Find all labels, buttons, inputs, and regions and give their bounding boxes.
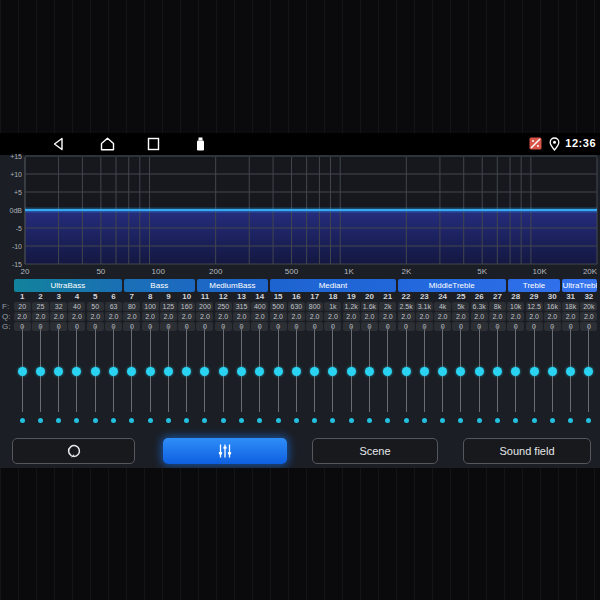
- band-freq-value: 16k: [544, 302, 561, 311]
- eq-slider-thumb[interactable]: [365, 367, 374, 376]
- eq-slider-thumb[interactable]: [146, 367, 155, 376]
- band-freq-value: 800: [306, 302, 323, 311]
- eq-slider-thumb[interactable]: [237, 367, 246, 376]
- eq-y-tick: 0dB: [0, 207, 22, 214]
- eq-y-tick: -5: [0, 225, 22, 232]
- usb-icon: [196, 137, 205, 151]
- eq-slider-thumb[interactable]: [182, 367, 191, 376]
- band-freq-value: 6.3k: [471, 302, 488, 311]
- band-q-value: 2.0: [142, 312, 159, 321]
- band-freq-value: 1k: [324, 302, 341, 311]
- band-q-value: 2.0: [434, 312, 451, 321]
- gain-row-label: G:: [2, 322, 10, 331]
- band-q-value: 2.0: [544, 312, 561, 321]
- band-number: 14: [251, 293, 269, 301]
- eq-slider-thumb[interactable]: [456, 367, 465, 376]
- band-number: 24: [434, 293, 452, 301]
- equalizer-tab-button[interactable]: [163, 438, 287, 464]
- band-freq-value: 125: [160, 302, 177, 311]
- eq-x-tick: 2K: [401, 268, 411, 276]
- band-q-value: 2.0: [288, 312, 305, 321]
- band-freq-value: 1.6k: [361, 302, 378, 311]
- band-q-value: 2.0: [50, 312, 67, 321]
- equalizer-panel: +15+10+50dB-5-10-15 20501002005001K2K5K1…: [0, 155, 600, 468]
- band-freq-value: 1.2k: [343, 302, 360, 311]
- eq-slider-thumb[interactable]: [383, 367, 392, 376]
- band-freq-value: 4k: [434, 302, 451, 311]
- band-number: 31: [562, 293, 580, 301]
- band-freq-value: 10k: [507, 302, 524, 311]
- band-q-value: 2.0: [233, 312, 250, 321]
- band-q-value: 2.0: [14, 312, 31, 321]
- band-q-value: 2.0: [324, 312, 341, 321]
- band-freq-value: 80: [123, 302, 140, 311]
- letterbox-top: [0, 0, 600, 133]
- eq-slider-thumb[interactable]: [347, 367, 356, 376]
- band-q-value: 2.0: [215, 312, 232, 321]
- band-number: 17: [306, 293, 324, 301]
- band-number: 10: [178, 293, 196, 301]
- band-q-value: 2.0: [562, 312, 579, 321]
- eq-slider-thumb[interactable]: [438, 367, 447, 376]
- band-q-value: 2.0: [398, 312, 415, 321]
- back-icon[interactable]: [52, 137, 65, 151]
- scene-button[interactable]: Scene: [312, 438, 438, 464]
- clock: 12:36: [565, 137, 596, 149]
- band-q-value: 2.0: [87, 312, 104, 321]
- eq-x-tick: 10K: [532, 268, 546, 276]
- eq-slider-thumb[interactable]: [420, 367, 429, 376]
- eq-slider-thumb[interactable]: [475, 367, 484, 376]
- band-freq-value: 160: [178, 302, 195, 311]
- band-q-value: 2.0: [270, 312, 287, 321]
- eq-slider-thumb[interactable]: [292, 367, 301, 376]
- band-number: 12: [214, 293, 232, 301]
- eq-slider-thumb[interactable]: [164, 367, 173, 376]
- band-number: 13: [233, 293, 251, 301]
- eq-slider-bottom-dot: [458, 418, 463, 423]
- eq-slider-thumb[interactable]: [274, 367, 283, 376]
- letterbox-bottom: [0, 468, 600, 600]
- eq-x-tick: 1K: [344, 268, 354, 276]
- eq-slider-bottom-dot: [202, 418, 207, 423]
- band-number: 8: [141, 293, 159, 301]
- reset-button[interactable]: [12, 438, 135, 464]
- eq-x-tick: 20: [21, 268, 30, 276]
- eq-slider-thumb[interactable]: [109, 367, 118, 376]
- eq-slider-thumb[interactable]: [511, 367, 520, 376]
- eq-slider-thumb[interactable]: [584, 367, 593, 376]
- home-icon[interactable]: [100, 137, 115, 151]
- eq-slider-thumb[interactable]: [493, 367, 502, 376]
- band-q-value: 2.0: [507, 312, 524, 321]
- eq-slider-thumb[interactable]: [127, 367, 136, 376]
- band-freq-value: 250: [215, 302, 232, 311]
- eq-slider-bottom-dot: [312, 418, 317, 423]
- eq-slider-thumb[interactable]: [36, 367, 45, 376]
- band-freq-value: 400: [251, 302, 268, 311]
- eq-slider-thumb[interactable]: [530, 367, 539, 376]
- band-freq-value: 20: [14, 302, 31, 311]
- eq-slider-thumb[interactable]: [54, 367, 63, 376]
- eq-slider-thumb[interactable]: [310, 367, 319, 376]
- band-group-mediant: Mediant: [270, 279, 396, 292]
- eq-slider-thumb[interactable]: [72, 367, 81, 376]
- eq-slider-bottom-dot: [20, 418, 25, 423]
- band-q-value: 2.0: [251, 312, 268, 321]
- eq-slider-thumb[interactable]: [328, 367, 337, 376]
- eq-slider-thumb[interactable]: [402, 367, 411, 376]
- eq-slider-thumb[interactable]: [200, 367, 209, 376]
- band-number: 4: [68, 293, 86, 301]
- eq-slider-thumb[interactable]: [548, 367, 557, 376]
- eq-slider-thumb[interactable]: [255, 367, 264, 376]
- status-bar: 12:36: [0, 133, 600, 155]
- eq-slider-bottom-dot: [367, 418, 372, 423]
- eq-slider-thumb[interactable]: [566, 367, 575, 376]
- recents-icon[interactable]: [147, 137, 160, 151]
- eq-slider-thumb[interactable]: [219, 367, 228, 376]
- eq-slider-thumb[interactable]: [18, 367, 27, 376]
- band-freq-value: 5k: [452, 302, 469, 311]
- band-freq-value: 50: [87, 302, 104, 311]
- eq-slider-thumb[interactable]: [91, 367, 100, 376]
- sound-field-button[interactable]: Sound field: [463, 438, 591, 464]
- band-number: 6: [105, 293, 123, 301]
- band-number: 27: [488, 293, 506, 301]
